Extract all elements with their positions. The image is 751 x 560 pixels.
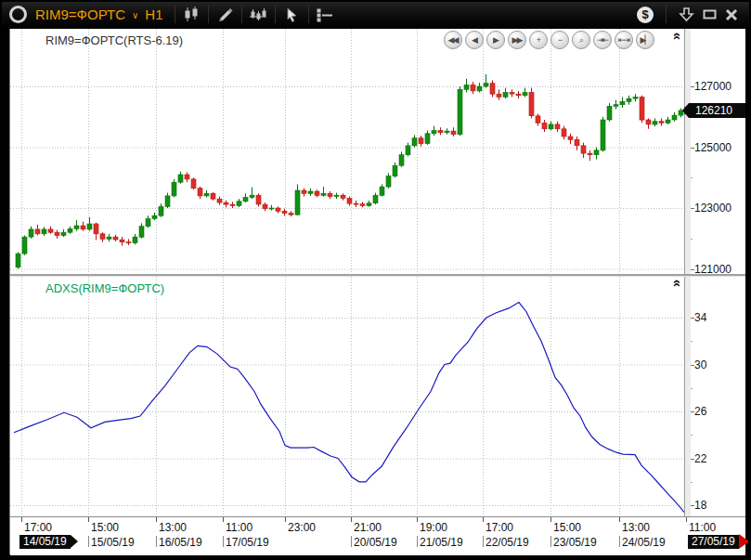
date-label: 15/05/19	[91, 536, 135, 549]
axis-tick	[691, 269, 694, 270]
scroll-fast-right-button[interactable]: ▶▶	[508, 31, 526, 49]
time-tick	[619, 517, 620, 522]
axis-tick	[691, 505, 694, 506]
date-label: 16/05/19	[159, 536, 202, 549]
last-price-badge: 126210	[689, 103, 745, 118]
last-date-badge: 27/05/19	[688, 535, 739, 549]
instrument-status-icon	[9, 6, 27, 23]
chevron-down-icon[interactable]: ∨	[132, 10, 138, 20]
axis-tick	[691, 365, 694, 366]
price-axis-label: 125000	[694, 141, 732, 154]
date-label: 20/05/19	[354, 536, 397, 549]
zoom-region-button[interactable]: ⌕	[572, 31, 590, 49]
auto-scale-button[interactable]: ⇤⇥	[615, 31, 633, 49]
price-axis[interactable]: 127000125000123000121000	[691, 29, 745, 274]
time-tick	[483, 517, 484, 522]
adx-axis-label: 22	[694, 452, 706, 465]
axis-tick	[691, 459, 694, 460]
time-label: 17:00	[486, 521, 513, 534]
date-tick	[550, 536, 551, 547]
date-tick	[156, 536, 157, 547]
adx-panel[interactable]: ADXS(RIM9=ФОРТС) « 3430262218	[10, 277, 745, 516]
date-tick	[223, 536, 224, 547]
price-axis-label: 127000	[694, 80, 732, 93]
toolbar-separator	[175, 6, 175, 23]
axis-minor-tick	[691, 177, 693, 178]
toolbar-separator	[208, 6, 209, 23]
adx-axis[interactable]: 3430262218	[691, 277, 745, 516]
time-label: 15:00	[553, 521, 581, 534]
date-label: 24/05/19	[622, 536, 666, 549]
time-axis[interactable]: 17:0014/05/1915:0015/05/1913:0016/05/191…	[10, 516, 745, 555]
indicator-icon[interactable]	[246, 4, 271, 25]
axis-tick	[691, 86, 694, 87]
price-panel-label: RIM9=ФОРТС(RTS-6.19)	[45, 33, 183, 47]
adx-axis-label: 30	[694, 358, 706, 371]
date-label: 22/05/19	[486, 536, 529, 549]
price-axis-label: 121000	[694, 263, 732, 275]
restore-icon[interactable]	[703, 8, 717, 20]
date-label: 23/05/19	[553, 536, 597, 549]
toolbar-separator	[241, 6, 242, 23]
date-label: 21/05/19	[420, 536, 463, 549]
timeframe-label[interactable]: H1	[145, 7, 162, 22]
toolbar-separator	[275, 6, 276, 23]
time-label: 21:00	[354, 521, 382, 534]
pointer-icon[interactable]	[279, 4, 304, 25]
time-tick	[223, 517, 224, 522]
download-icon[interactable]	[679, 7, 694, 22]
close-icon[interactable]	[725, 8, 738, 21]
time-label: 15:00	[91, 521, 119, 534]
toolbar-separator	[666, 6, 667, 23]
adx-axis-label: 34	[694, 311, 706, 324]
date-tick	[483, 536, 484, 547]
compress-scale-button[interactable]: ⇥⇤	[593, 31, 612, 49]
axis-minor-tick	[691, 388, 693, 389]
chart-type-icon[interactable]	[179, 4, 204, 25]
trading-terminal-window: { "titlebar": { "instrument": "RIM9=ФОРТ…	[0, 0, 751, 560]
axis-minor-tick	[691, 239, 693, 240]
time-tick	[21, 517, 22, 522]
adx-plot[interactable]	[10, 277, 684, 516]
time-label: 23:00	[288, 521, 316, 534]
candlestick-plot[interactable]	[10, 29, 684, 274]
scroll-left-button[interactable]: ◀	[465, 31, 484, 49]
instrument-title[interactable]: RIM9=ФОРТС	[35, 7, 125, 22]
date-label: 17/05/19	[226, 536, 269, 549]
collapse-price-panel-icon[interactable]: «	[671, 29, 684, 44]
adx-axis-label: 26	[694, 405, 706, 418]
date-tick	[88, 536, 89, 547]
zoom-in-button[interactable]: +	[529, 31, 548, 49]
toolbar-separator	[308, 6, 309, 23]
goto-end-button[interactable]: ▶▏	[636, 31, 654, 49]
title-bar: RIM9=ФОРТС ∨ H1 $	[2, 2, 749, 28]
date-tick	[417, 536, 418, 547]
axis-tick	[691, 318, 694, 319]
zoom-out-button[interactable]: −	[550, 31, 569, 49]
levels-icon[interactable]	[313, 4, 338, 25]
adx-panel-label: ADXS(RIM9=ФОРТС)	[45, 281, 164, 295]
chart-nav-buttons: ◀◀◀▶▶▶+−⌕⇥⇤⇤⇥▶▏	[444, 31, 654, 49]
chart-area: RIM9=ФОРТС(RTS-6.19) ◀◀◀▶▶▶+−⌕⇥⇤⇤⇥▶▏ « 1…	[9, 29, 745, 554]
time-label: 17:00	[24, 521, 52, 534]
currency-icon[interactable]: $	[637, 7, 654, 23]
price-panel[interactable]: RIM9=ФОРТС(RTS-6.19) ◀◀◀▶▶▶+−⌕⇥⇤⇤⇥▶▏ « 1…	[10, 29, 745, 274]
axis-tick	[691, 411, 694, 412]
draw-pencil-icon[interactable]	[213, 4, 238, 25]
collapse-adx-panel-icon[interactable]: «	[671, 277, 684, 291]
time-tick	[417, 517, 418, 522]
time-label: 13:00	[159, 521, 187, 534]
scroll-right-button[interactable]: ▶	[486, 31, 505, 49]
adx-axis-label: 18	[694, 499, 706, 512]
window-controls: $	[637, 6, 749, 23]
date-tick	[619, 536, 620, 547]
time-label: 13:00	[622, 521, 650, 534]
time-tick	[550, 517, 551, 522]
time-tick	[156, 517, 157, 522]
axis-minor-tick	[691, 482, 693, 483]
time-label: 11:00	[689, 521, 716, 534]
time-label: 19:00	[420, 521, 447, 534]
scroll-fast-left-button[interactable]: ◀◀	[444, 31, 462, 49]
axis-minor-tick	[691, 341, 693, 342]
date-tick	[351, 536, 352, 547]
